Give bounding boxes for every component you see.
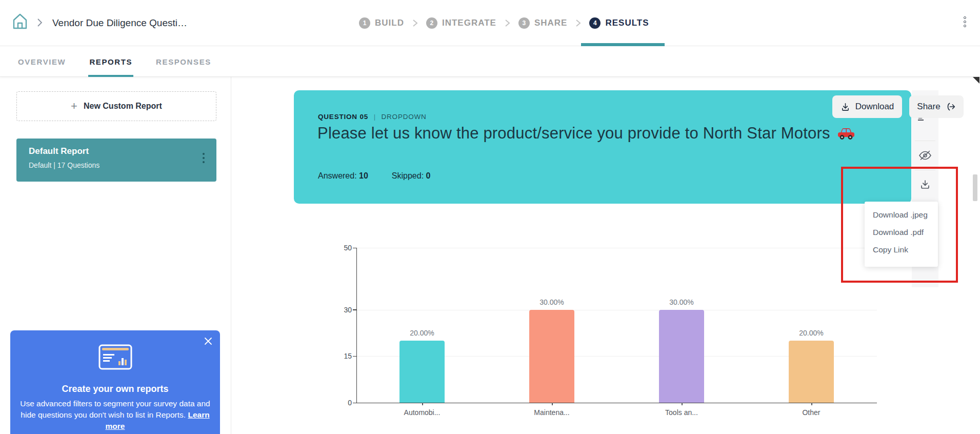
home-icon[interactable] [11, 12, 29, 31]
bar-value-label: 20.00% [410, 329, 434, 337]
x-axis-tick [811, 403, 812, 405]
bar [399, 341, 445, 403]
y-axis-tick [353, 309, 357, 310]
question-meta: QUESTION 05 | DROPDOWN [318, 113, 427, 121]
tab-overview[interactable]: OVERVIEW [18, 46, 66, 77]
chevron-right-icon [412, 19, 418, 27]
bar-group-maintenance: 30.00% Maintena... [529, 248, 574, 403]
y-axis-label: 30 [336, 306, 352, 314]
y-axis-label: 15 [336, 352, 352, 360]
step-results[interactable]: 4 RESULTS [589, 0, 649, 46]
chevron-right-icon [575, 19, 581, 27]
x-axis-tick [422, 403, 423, 405]
wizard-steps: 1 BUILD 2 INTEGRATE 3 SHARE 4 RESULTS [359, 0, 649, 46]
y-axis-tick [353, 403, 357, 404]
question-title: Please let us know the product/service y… [317, 124, 892, 143]
report-board-icon [98, 344, 133, 370]
question-stats: Answered: 10 Skipped: 0 [318, 171, 430, 181]
bar-category-label: Tools an... [665, 408, 698, 417]
skipped-count: 0 [426, 171, 431, 180]
breadcrumb: Vendor Due Diligence Questi… [52, 17, 187, 29]
download-button[interactable]: Download [832, 95, 902, 118]
download-chart-icon[interactable] [912, 170, 938, 199]
hide-question-icon[interactable] [912, 141, 938, 170]
reports-sidebar: + New Custom Report Default Report Defau… [0, 77, 231, 434]
step-number-badge: 3 [518, 17, 530, 29]
bar-category-label: Automobi... [404, 408, 441, 417]
car-emoji-icon [836, 126, 856, 141]
new-custom-report-button[interactable]: + New Custom Report [16, 91, 216, 121]
step-integrate[interactable]: 2 INTEGRATE [426, 0, 496, 46]
promo-title: Create your own reports [10, 384, 220, 394]
bar-chart: 20.00% Automobi... 30.00% Maintena... 30… [356, 248, 877, 403]
answered-count: 10 [359, 171, 368, 180]
bar [659, 310, 704, 403]
download-context-menu: Download .jpeg Download .pdf Copy Link [865, 202, 938, 267]
close-icon[interactable] [204, 337, 213, 346]
download-icon [841, 102, 850, 112]
y-axis-label: 0 [336, 399, 352, 407]
promo-card: Create your own reports Use advanced fil… [10, 330, 220, 434]
plus-icon: + [71, 100, 77, 113]
bar-group-automobile: 20.00% Automobi... [399, 248, 445, 403]
promo-body: Use advanced filters to segment your sur… [17, 398, 213, 432]
bar [529, 310, 574, 403]
tab-responses[interactable]: RESPONSES [156, 46, 211, 77]
y-axis-tick [353, 248, 357, 249]
x-axis-tick [682, 403, 683, 405]
scrollbar-thumb[interactable] [973, 174, 977, 201]
report-subtitle: Default | 17 Questions [29, 161, 99, 169]
question-card: QUESTION 05 | DROPDOWN Please let us kno… [294, 90, 911, 204]
step-number-badge: 1 [359, 17, 370, 29]
step-share[interactable]: 3 SHARE [518, 0, 568, 46]
report-kebab-menu-icon[interactable] [200, 153, 207, 167]
tab-reports[interactable]: REPORTS [89, 46, 132, 77]
header-kebab-menu-icon[interactable] [961, 16, 969, 31]
share-icon [946, 102, 956, 112]
share-button[interactable]: Share [909, 95, 964, 118]
bar [789, 341, 834, 403]
breadcrumb-chevron-icon [36, 17, 43, 28]
default-report-card[interactable]: Default Report Default | 17 Questions [16, 139, 216, 182]
bar-value-label: 30.00% [669, 298, 693, 306]
chevron-right-icon [505, 19, 510, 27]
top-header: Vendor Due Diligence Questi… 1 BUILD 2 I… [0, 0, 980, 46]
bar-value-label: 20.00% [799, 329, 823, 337]
y-axis-label: 50 [336, 244, 352, 252]
bar-group-other: 20.00% Other [789, 248, 834, 403]
tab-bar: OVERVIEW REPORTS RESPONSES Download Shar… [0, 46, 980, 77]
step-number-badge: 2 [426, 17, 437, 29]
bar-value-label: 30.00% [539, 298, 564, 306]
bar-group-tools: 30.00% Tools an... [659, 248, 704, 403]
scroll-up-arrow[interactable] [973, 77, 979, 84]
report-title: Default Report [29, 146, 89, 156]
x-axis-tick [552, 403, 553, 405]
y-axis-tick [353, 356, 357, 357]
step-number-badge: 4 [589, 17, 601, 29]
menu-item-download-jpeg[interactable]: Download .jpeg [865, 206, 938, 224]
bar-category-label: Maintena... [534, 408, 569, 417]
bar-category-label: Other [802, 408, 820, 417]
step-build[interactable]: 1 BUILD [359, 0, 404, 46]
menu-item-copy-link[interactable]: Copy Link [865, 241, 938, 259]
menu-item-download-pdf[interactable]: Download .pdf [865, 224, 938, 241]
